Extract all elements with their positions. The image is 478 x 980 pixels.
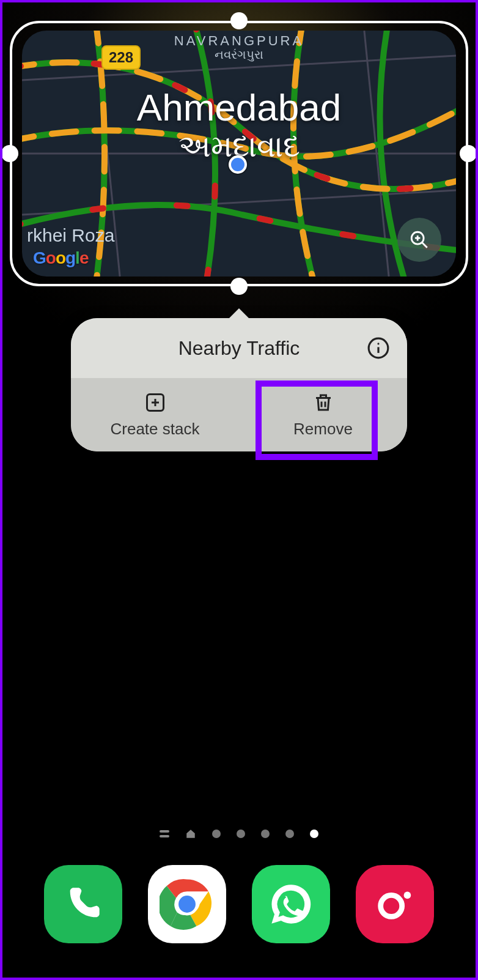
camera-app[interactable]	[356, 865, 434, 943]
create-stack-button[interactable]: Create stack	[71, 378, 239, 451]
route-shield: 228	[101, 45, 141, 70]
page-dot-active[interactable]	[310, 830, 318, 838]
trash-icon	[312, 392, 334, 414]
area-label-en: NAVRANGPURA	[174, 33, 304, 49]
svg-point-15	[381, 895, 402, 916]
home-page-indicator[interactable]	[185, 828, 196, 839]
svg-point-16	[404, 892, 411, 899]
maps-traffic-widget[interactable]: NAVRANGPURA નવરંગપુરા 228 Ahmedabad અમદા…	[10, 21, 468, 286]
page-dot[interactable]	[237, 830, 245, 838]
resize-handle-right[interactable]	[460, 145, 477, 162]
google-attribution: Google	[33, 248, 88, 268]
dock	[0, 865, 478, 943]
remove-button[interactable]: Remove	[239, 378, 407, 451]
widget-info-button[interactable]	[367, 336, 390, 360]
page-dot[interactable]	[261, 830, 270, 838]
phone-app[interactable]	[44, 865, 122, 943]
remove-label: Remove	[293, 420, 353, 439]
whatsapp-icon	[268, 881, 314, 927]
page-dot[interactable]	[285, 830, 294, 838]
area-label-gu: નવરંગપુરા	[215, 48, 263, 62]
chrome-app[interactable]	[148, 865, 226, 943]
svg-line-1	[422, 242, 427, 248]
current-location-dot	[229, 155, 247, 174]
svg-point-6	[377, 343, 379, 344]
city-label-en: Ahmedabad	[137, 86, 341, 129]
resize-handle-top[interactable]	[230, 12, 248, 29]
poi-label: rkhei Roza	[27, 225, 114, 246]
info-icon	[367, 336, 390, 360]
zoom-in-button[interactable]	[397, 218, 441, 262]
resize-handle-bottom[interactable]	[230, 278, 248, 295]
apps-panel-indicator[interactable]	[160, 830, 169, 837]
plus-square-icon	[144, 392, 166, 414]
chrome-icon	[160, 877, 215, 932]
phone-icon	[64, 885, 103, 924]
page-dot[interactable]	[212, 830, 221, 838]
widget-context-menu: Nearby Traffic Create stack Remove	[71, 318, 407, 451]
magnify-plus-icon	[409, 229, 430, 250]
page-indicator[interactable]	[160, 828, 318, 839]
map-canvas[interactable]: NAVRANGPURA નવરંગપુરા 228 Ahmedabad અમદા…	[22, 31, 456, 277]
camera-icon	[373, 883, 416, 926]
popup-header: Nearby Traffic	[71, 318, 407, 378]
whatsapp-app[interactable]	[252, 865, 330, 943]
create-stack-label: Create stack	[111, 420, 200, 439]
popup-title: Nearby Traffic	[178, 337, 300, 360]
resize-handle-left[interactable]	[1, 145, 18, 162]
